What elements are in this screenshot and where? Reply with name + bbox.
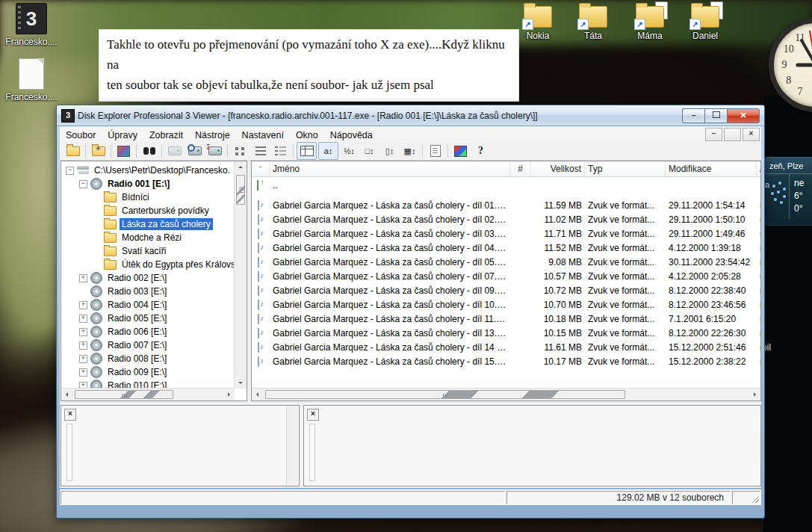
disk-export-button[interactable] bbox=[205, 143, 224, 159]
column-header-icon[interactable]: ⌃ bbox=[252, 161, 270, 176]
sort-by-name-button[interactable]: a↕ bbox=[318, 142, 338, 160]
scroll-thumb[interactable] bbox=[265, 390, 625, 399]
resize-grip[interactable] bbox=[751, 495, 759, 503]
column-header-number[interactable]: # bbox=[510, 161, 531, 176]
help-button[interactable]: ? bbox=[471, 143, 490, 159]
menu-zobrazit[interactable]: Zobrazit bbox=[143, 129, 189, 142]
view-table-button[interactable] bbox=[297, 142, 317, 160]
close-button[interactable]: ✕ bbox=[727, 108, 760, 123]
mdi-minimize-button[interactable]: – bbox=[705, 128, 722, 141]
scroll-right-arrow[interactable] bbox=[749, 389, 760, 400]
extract-button[interactable] bbox=[89, 143, 108, 159]
expand-toggle-icon[interactable]: + bbox=[79, 355, 87, 363]
desktop-icon-nokia[interactable]: ↗Nokia bbox=[511, 3, 565, 41]
expand-toggle-icon[interactable]: − bbox=[66, 167, 74, 175]
view-details-button[interactable] bbox=[271, 143, 290, 159]
file-row[interactable]: Gabriel Garcia Marquez - Láska za časů c… bbox=[252, 241, 760, 255]
tree-item[interactable]: Radio 003 [E:\] bbox=[61, 285, 235, 298]
parent-directory-row[interactable]: .. bbox=[252, 179, 760, 191]
sort-by-date-button[interactable]: ▦↕ bbox=[400, 143, 419, 159]
properties-button[interactable] bbox=[426, 143, 444, 159]
find-button[interactable] bbox=[140, 143, 158, 159]
expand-toggle-icon[interactable]: + bbox=[79, 301, 87, 309]
list-horizontal-scrollbar[interactable] bbox=[252, 388, 760, 400]
file-row[interactable]: Gabriel Garcia Marquez - Láska za časů c… bbox=[252, 226, 760, 241]
disk-button[interactable] bbox=[165, 143, 184, 159]
view-list-button[interactable] bbox=[251, 143, 270, 159]
desktop-icon-táta[interactable]: ↗Táta bbox=[566, 3, 620, 41]
options-button[interactable] bbox=[451, 143, 470, 159]
file-row[interactable]: Gabriel Garcia Marquez - Láska za časů c… bbox=[252, 326, 760, 340]
tree-item[interactable]: −C:\Users\Petr\Desktop\Francesko. bbox=[61, 164, 235, 177]
expand-toggle-icon[interactable]: + bbox=[79, 341, 87, 350]
tree-item[interactable]: Canterburské povídky bbox=[61, 204, 235, 217]
expand-toggle-icon[interactable]: − bbox=[79, 180, 87, 188]
tree-item[interactable]: +Radio 004 [E:\] bbox=[61, 298, 235, 312]
mdi-close-button[interactable]: × bbox=[743, 128, 760, 141]
column-header-modified[interactable]: Modifikace bbox=[666, 161, 757, 176]
tree-item[interactable]: +Radio 007 [E:\] bbox=[61, 338, 235, 352]
clock-gadget[interactable]: 121234567891011 bbox=[769, 18, 812, 112]
tree-item[interactable]: Bídníci bbox=[61, 191, 235, 204]
tree-item[interactable]: +Radio 005 [E:\] bbox=[61, 312, 235, 325]
close-pane-button[interactable]: × bbox=[64, 409, 76, 421]
tree-item[interactable]: +Radio 009 [E:\] bbox=[61, 365, 235, 379]
expand-toggle-icon[interactable]: + bbox=[79, 368, 87, 377]
view-small-icons-button[interactable] bbox=[231, 143, 250, 159]
menu-napoveda[interactable]: Nápověda bbox=[324, 129, 379, 142]
scroll-down-arrow[interactable] bbox=[235, 377, 247, 389]
scroll-right-arrow[interactable] bbox=[223, 389, 235, 400]
column-header-type[interactable]: Typ bbox=[585, 161, 666, 176]
file-row[interactable]: Gabriel Garcia Marquez - Láska za časů c… bbox=[252, 297, 760, 312]
tree-item[interactable]: −Radio 001 [E:\] bbox=[61, 177, 235, 191]
desktop-icon-máma[interactable]: ↗Máma bbox=[623, 3, 677, 41]
file-row[interactable]: Gabriel Garcia Marquez - Láska za časů c… bbox=[252, 354, 760, 368]
desktop-icon-francesko-exe[interactable]: 3 Francesko.... bbox=[4, 3, 58, 47]
tree-item[interactable]: Láska za časů cholery bbox=[61, 217, 235, 231]
scroll-up-arrow[interactable] bbox=[235, 161, 247, 173]
tree-vertical-scrollbar[interactable] bbox=[234, 161, 247, 389]
file-row[interactable]: Gabriel Garcia Marquez - Láska za časů c… bbox=[252, 212, 760, 226]
tree-item[interactable]: Útěk do Egypta přes Královst bbox=[61, 258, 235, 271]
tree-item[interactable]: Modche a Rézi bbox=[61, 231, 235, 244]
mdi-restore-button[interactable] bbox=[724, 128, 741, 141]
column-header-name[interactable]: Jméno bbox=[270, 161, 510, 176]
open-image-button[interactable] bbox=[63, 143, 82, 159]
scroll-left-arrow[interactable] bbox=[252, 389, 264, 400]
close-pane-button[interactable]: × bbox=[307, 409, 319, 421]
snapshot-button[interactable] bbox=[114, 143, 133, 159]
weather-gadget[interactable]: zeň, Plze a ne 6° 0° bbox=[763, 157, 812, 226]
expand-toggle-icon[interactable]: + bbox=[79, 274, 87, 282]
menu-nastaveni[interactable]: Nastavení bbox=[236, 129, 290, 142]
column-header-attr[interactable]: A bbox=[757, 161, 761, 176]
menu-okno[interactable]: Okno bbox=[290, 129, 324, 142]
sort-by-type-button[interactable]: ▯↕ bbox=[380, 143, 399, 159]
scroll-left-arrow[interactable] bbox=[61, 389, 73, 400]
file-row[interactable]: Gabriel Garcia Marquez - Láska za časů c… bbox=[252, 255, 760, 269]
column-header-size[interactable]: Velikost bbox=[531, 161, 585, 176]
tree-item[interactable]: +Radio 006 [E:\] bbox=[61, 325, 235, 338]
file-row[interactable]: Gabriel Garcia Marquez - Láska za časů c… bbox=[252, 269, 760, 283]
tree-horizontal-scrollbar[interactable] bbox=[61, 388, 235, 400]
tree-item[interactable]: +Radio 008 [E:\] bbox=[61, 352, 235, 365]
file-row[interactable]: Gabriel Garcia Marquez - Láska za časů c… bbox=[252, 340, 760, 354]
minimize-button[interactable]: – bbox=[682, 108, 704, 123]
menu-nastroje[interactable]: Nástroje bbox=[189, 129, 236, 142]
expand-toggle-icon[interactable]: + bbox=[79, 328, 87, 336]
pane-vertical-scrollbar[interactable] bbox=[286, 406, 298, 485]
menu-upravy[interactable]: Úpravy bbox=[102, 129, 143, 142]
desktop-icon-francesko-doc[interactable]: Francesko.... bbox=[4, 58, 58, 102]
disk-search-button[interactable] bbox=[185, 143, 204, 159]
scroll-thumb[interactable] bbox=[75, 390, 173, 399]
title-bar[interactable]: 3 Disk Explorer Professional 3 Viewer - … bbox=[57, 105, 764, 126]
menu-soubor[interactable]: Soubor bbox=[60, 129, 102, 142]
expand-toggle-icon[interactable]: + bbox=[79, 315, 87, 323]
sort-by-number-button[interactable]: ½↕ bbox=[340, 143, 359, 159]
file-row[interactable]: Gabriel Garcia Marquez - Láska za časů c… bbox=[252, 283, 760, 297]
file-row[interactable]: Gabriel Garcia Marquez - Láska za časů c… bbox=[252, 312, 760, 326]
tree-item[interactable]: +Radio 002 [E:\] bbox=[61, 271, 235, 285]
sort-by-size-button[interactable]: □↕ bbox=[360, 143, 379, 159]
tree-item[interactable]: Svatí kacíři bbox=[61, 244, 235, 258]
scroll-thumb[interactable] bbox=[236, 175, 245, 205]
desktop-icon-daniel[interactable]: ↗Daniel bbox=[678, 3, 732, 41]
